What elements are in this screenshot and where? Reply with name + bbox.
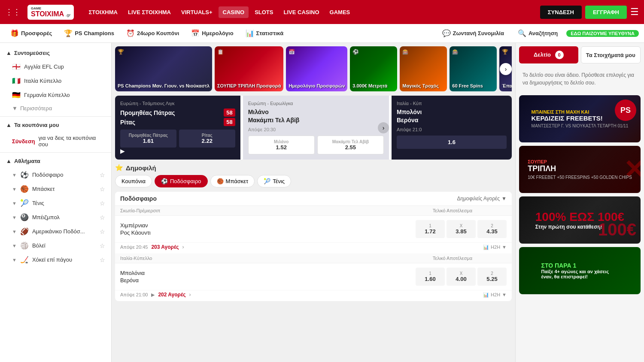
popular-tab-coupons[interactable]: Κουπόνια xyxy=(115,175,152,187)
live-match-2-odd-0[interactable]: 1.6 xyxy=(397,136,507,149)
popular-markets-filter[interactable]: Δημοφιλείς Αγορές ▼ xyxy=(457,196,507,202)
live-match-2-team1: Μπολόνι xyxy=(397,109,507,115)
live-match-1-odd-0[interactable]: Μιλάνο 1.52 xyxy=(248,136,315,154)
popular-tab-tennis[interactable]: 🎾 Τένις xyxy=(257,175,291,187)
filter-label: Δημοφιλείς Αγορές xyxy=(457,196,500,202)
nav-24h-coupon[interactable]: ⏰ 24ωρο Κουπόνι xyxy=(121,27,184,40)
register-button[interactable]: ΕΓΓΡΑΦΗ xyxy=(585,6,627,19)
promo-card-icon-6: 🏆 xyxy=(502,49,508,55)
basketball-star-icon[interactable]: ☆ xyxy=(100,186,105,193)
football-star-icon[interactable]: ☆ xyxy=(100,172,105,178)
chart-icon: 📊 xyxy=(246,29,254,37)
betslip-tab-my-bets[interactable]: Τα Στοιχήματά μου xyxy=(581,46,641,63)
nav-live-casino[interactable]: LIVE CASINO xyxy=(279,6,323,18)
amfootball-star-icon[interactable]: ☆ xyxy=(100,228,105,235)
odd-val-1-2: 5.25 xyxy=(479,276,505,282)
sidebar-item-basketball[interactable]: ▼ 🏀 Μπάσκετ ☆ xyxy=(0,182,111,196)
match-odd-0-2[interactable]: 2 4.35 xyxy=(477,220,507,238)
promo-card-0[interactable]: 🏆 PS Champions Μαν. Γιουν. vs Νιούκαστλ xyxy=(115,46,212,91)
right-banner-1[interactable]: ΣΟΥΠΕΡ ΤΡΙΠΛΗ 10€ FREEBET +50 FREESPINS … xyxy=(519,146,641,193)
sidebar-item-italy-cup[interactable]: 🇮🇹 Ιταλία Κύπελλο xyxy=(0,74,111,88)
live-match-0[interactable]: Ευρώπη - Τσάμπιονς Λιγκ Προμηθέας Πάτρας… xyxy=(115,96,240,160)
match-markets-0[interactable]: 203 Αγορές xyxy=(151,244,179,250)
popular-tab-basketball[interactable]: 🏀 Μπάσκετ xyxy=(210,175,255,187)
nav-offers[interactable]: 🎁 Προσφορές xyxy=(5,27,57,40)
nav-statistics[interactable]: 📊 Στατιστικά xyxy=(240,27,289,40)
match-odd-1-0[interactable]: 1 1.60 xyxy=(416,268,445,286)
live-match-1[interactable]: Ευρώπη - Ευρωλίγκα Μιλάνο Μακάμπι Τελ Αβ… xyxy=(243,96,389,160)
login-button[interactable]: ΣΥΝΔΕΣΗ xyxy=(540,6,582,19)
sidebar-item-tennis[interactable]: ▼ 🎾 Τένις ☆ xyxy=(0,196,111,210)
sidebar-item-england-efl[interactable]: 🏴󠁧󠁢󠁥󠁮󠁧󠁿 Αγγλία EFL Cup xyxy=(0,60,111,74)
live-match-1-time: Απόψε 20:30 xyxy=(248,127,384,132)
sidebar-item-hockey[interactable]: ▼ 🏒 Χόκεϊ επί πάγου ☆ xyxy=(0,253,111,267)
live-match-0-odd-0[interactable]: Προμηθέας Πάτρας 1.61 xyxy=(120,130,176,148)
match-markets-arrow-1[interactable]: › xyxy=(189,292,191,298)
match-odd-0-0[interactable]: 1 1.72 xyxy=(416,220,445,238)
nav-calendar[interactable]: 📅 Ημερολόγιο xyxy=(186,27,238,40)
nav-slots[interactable]: SLOTS xyxy=(250,6,277,18)
coupons-login-link[interactable]: Σύνδεση xyxy=(12,138,35,145)
popular-tab-football[interactable]: ⚽ Ποδόσφαιρο xyxy=(155,175,208,187)
nav-casino[interactable]: CASINO xyxy=(219,6,249,18)
match-markets-1[interactable]: 202 Αγορές xyxy=(158,292,185,298)
carousel-next-button[interactable]: › xyxy=(500,63,512,75)
nav-live-chat[interactable]: 💬 Ζωντανή Συνομιλία xyxy=(437,27,509,40)
match-h2h-1[interactable]: 📊 H2H ▼ xyxy=(483,292,507,298)
main-content: 🏆 PS Champions Μαν. Γιουν. vs Νιούκαστλ … xyxy=(112,43,515,362)
live-match-2[interactable]: Ιταλία - Κύπ Μπολόνι Βερόνα Απόψε 21:0 1… xyxy=(392,96,512,160)
right-banner-3[interactable]: ΣΤΟ ΠΑΡΑ 1 Παίξε 4+ αγώνες και αν χάσεις… xyxy=(519,247,641,294)
live-match-0-odd-1[interactable]: Ρίτας 2.22 xyxy=(179,130,235,148)
live-matches-container: Ευρώπη - Τσάμπιονς Λιγκ Προμηθέας Πάτρας… xyxy=(115,96,512,160)
promo-card-3[interactable]: ⚽ 3.000€ Μετρητά xyxy=(350,46,397,91)
nav-games[interactable]: GAMES xyxy=(325,6,355,18)
grid-icon[interactable]: ⋮⋮ xyxy=(5,7,21,17)
sidebar-item-volleyball[interactable]: ▼ 🏐 Βόλεϊ ☆ xyxy=(0,238,111,253)
promo-card-1[interactable]: 📋 ΣΟΥΠΕΡ ΤΡΙΠΛΗ Προσφορά xyxy=(215,46,283,91)
match-1-next-button[interactable]: › xyxy=(378,122,389,133)
live-match-0-odd-1-label: Ρίτας xyxy=(181,133,234,138)
nav-virtuals[interactable]: VIRTUALS+ xyxy=(177,6,217,18)
sidebar-item-american-football[interactable]: ▼ 🏈 Αμερικάνικο Ποδόσ... ☆ xyxy=(0,224,111,238)
hamburger-icon[interactable]: ☰ xyxy=(630,6,639,18)
tennis-star-icon[interactable]: ☆ xyxy=(100,200,105,207)
live-match-2-odd-0-value: 1.6 xyxy=(448,139,456,145)
promo-card-5[interactable]: 🎰 60 Free Spins xyxy=(450,46,497,91)
coupons-login-prompt[interactable]: Σύνδεση για να δεις τα κουπόνια σου xyxy=(0,132,111,151)
sidebar-item-germany-cup[interactable]: 🇩🇪 Γερμανία Κύπελλο xyxy=(0,88,111,102)
sidebar-item-football[interactable]: ▼ ⚽ Ποδόσφαιρο ☆ xyxy=(0,168,111,182)
promo-card-4[interactable]: 🎰 Μαγικός Τροχός xyxy=(400,46,447,91)
live-match-0-odd-1-value: 2.22 xyxy=(202,138,213,144)
match-markets-arrow-0[interactable]: › xyxy=(182,244,184,250)
shortcuts-header[interactable]: ▲ Συντομεύσεις xyxy=(0,46,111,60)
hockey-star-icon[interactable]: ☆ xyxy=(100,256,105,263)
volleyball-star-icon[interactable]: ☆ xyxy=(100,242,105,249)
nav-live-stoixima[interactable]: LIVE ΣΤΟΙΧΗΜΑ xyxy=(124,6,175,18)
nav-search[interactable]: 🔍 Αναζήτηση xyxy=(513,27,563,40)
right-banner-0[interactable]: ΜΠΑΙΝΕΙΣ ΣΤΗ ΜΑΧΗ ΚΑΙ ΚΕΡΔΙΖΕΙΣ FREEBETS… xyxy=(519,95,641,142)
promo-card-2[interactable]: 📅 Ημερολόγιο Προσφορών xyxy=(286,46,347,91)
live-match-0-team2: Ρίτας 58 xyxy=(120,118,235,126)
betslip-tab-active[interactable]: Δελτίο 0 xyxy=(519,46,578,63)
match-row-0[interactable]: Χιμπέρνιαν Ρος Κάουντι 1 1.72 X 3.85 xyxy=(115,216,512,243)
match-odd-1-2[interactable]: 2 5.25 xyxy=(477,268,507,286)
right-banner-2[interactable]: 100% ΕΩΣ 100€ Στην πρώτη σου κατάθεση! 1… xyxy=(519,196,641,244)
baseball-star-icon[interactable]: ☆ xyxy=(100,214,105,221)
live-match-1-odd-1[interactable]: Μακάμπι Τελ Αβίβ 2.55 xyxy=(317,136,384,154)
my-coupons-header[interactable]: ▲ Τα κουπόνια μου xyxy=(0,118,111,132)
match-odd-0-1[interactable]: X 3.85 xyxy=(447,220,476,238)
betslip-active-label: Δελτίο xyxy=(534,51,551,58)
nav-ps-champions[interactable]: 🏆 PS Champions xyxy=(59,27,119,40)
sports-header[interactable]: ▲ Αθλήματα xyxy=(0,154,111,168)
match-h2h-0[interactable]: 📊 H2H ▼ xyxy=(483,244,507,250)
responsible-gaming-badge[interactable]: ΕΔΩ ΠΑΙΖΟΥΜΕ ΥΠΕΥΘΥΝΑ xyxy=(566,30,639,37)
match-odd-1-1[interactable]: X 4.00 xyxy=(447,268,476,286)
nav-stoixima[interactable]: ΣΤΟΙΧΗΜΑ xyxy=(84,6,122,18)
live-match-1-odd-0-label: Μιλάνο xyxy=(250,139,313,144)
shortcuts-more[interactable]: ▼ Περισσότερα xyxy=(0,102,111,115)
betslip-empty-text: Το δελτίο σου είναι άδειο. Πρόσθεσε επιλ… xyxy=(519,68,641,90)
match-row-1[interactable]: Μπολόνια Βερόνα 1 1.60 X 4.00 xyxy=(115,263,512,290)
logo[interactable]: GAME STOIXIMA .gr xyxy=(27,5,74,20)
sidebar-item-baseball[interactable]: ▼ 🎱 Μπέιζμπολ ☆ xyxy=(0,210,111,224)
trophy-icon: 🏆 xyxy=(64,29,73,37)
